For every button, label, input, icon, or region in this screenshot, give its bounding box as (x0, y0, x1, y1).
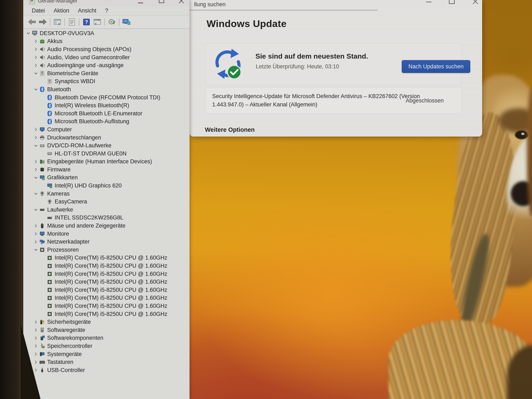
tree-item[interactable]: Intel(R) Wireless Bluetooth(R) (23, 101, 190, 109)
tree-item[interactable]: Intel(R) Core(TM) i5-8250U CPU @ 1.60GHz (23, 270, 190, 278)
tree-item[interactable]: Biometrische Geräte (23, 70, 190, 77)
chevron-placeholder (40, 183, 47, 189)
tree-item[interactable]: Bluetooth Device (RFCOMM Protocol TDI) (23, 94, 190, 102)
svg-text:?: ? (85, 19, 88, 25)
tree-item[interactable]: DVD/CD-ROM-Laufwerke (23, 141, 190, 150)
tree-item[interactable]: Audio, Video und Gamecontroller (23, 53, 190, 62)
update-status-card: Sie sind auf dem neuesten Stand. Letzte … (205, 43, 461, 85)
chevron-right-icon[interactable] (32, 54, 39, 60)
tree-item[interactable]: Bluetooth (23, 85, 190, 94)
maximize-button[interactable] (449, 0, 455, 4)
tree-item[interactable]: Audio Processing Objects (APOs) (23, 45, 190, 53)
tree-item[interactable]: Netzwerkadapter (23, 238, 190, 246)
chevron-right-icon[interactable] (32, 134, 39, 141)
chevron-right-icon[interactable] (32, 231, 39, 237)
tree-item[interactable]: USB-Controller (23, 366, 190, 374)
maximize-button[interactable] (159, 0, 164, 3)
tree-item-label: Sicherheitsgeräte (47, 319, 91, 325)
more-options-heading[interactable]: Weitere Optionen (205, 126, 255, 133)
tree-item[interactable]: Intel(R) Core(TM) i5-8250U CPU @ 1.60GHz (23, 262, 190, 270)
tree-item-label: Intel(R) Core(TM) i5-8250U CPU @ 1.60GHz (55, 263, 167, 269)
scan-hardware-icon[interactable] (107, 18, 117, 27)
tree-item[interactable]: Softwarekomponenten (23, 334, 190, 342)
menu-item-datei[interactable]: Datei (27, 7, 49, 14)
window-icon[interactable] (93, 18, 102, 27)
minimize-button[interactable] (426, 2, 431, 2)
chevron-right-icon[interactable] (32, 46, 39, 52)
chevron-right-icon[interactable] (32, 62, 39, 69)
show-window-icon[interactable] (53, 18, 62, 27)
chevron-down-icon[interactable] (25, 30, 32, 36)
device-manager-titlebar[interactable]: Geräte-Manager (23, 0, 190, 6)
chevron-down-icon[interactable] (32, 175, 39, 181)
settings-search-input[interactable]: llung suchen (194, 1, 226, 8)
chevron-down-icon[interactable] (32, 190, 39, 197)
tree-item[interactable]: Sicherheitsgeräte (23, 318, 190, 326)
close-button[interactable] (472, 0, 478, 4)
chevron-right-icon[interactable] (32, 126, 39, 133)
tree-item[interactable]: Firmware (23, 166, 190, 174)
chevron-right-icon[interactable] (32, 239, 39, 245)
tree-item-label: INTEL SSDSC2KW256G8L (55, 215, 123, 221)
properties-icon[interactable] (67, 18, 77, 27)
chevron-right-icon[interactable] (32, 223, 39, 229)
tree-item[interactable]: Tastaturen (23, 358, 190, 366)
tree-item[interactable]: EasyCamera (23, 198, 190, 206)
check-for-updates-button[interactable]: Nach Updates suchen (402, 60, 470, 73)
tree-item[interactable]: Synaptics WBDI (23, 77, 190, 86)
forward-icon[interactable] (38, 18, 48, 27)
minimize-button[interactable] (138, 2, 143, 3)
cpu-icon (39, 247, 45, 253)
chevron-right-icon[interactable] (32, 38, 39, 44)
tree-item[interactable]: Monitore (23, 230, 190, 238)
chevron-down-icon[interactable] (32, 70, 39, 76)
remote-desktop-icon[interactable] (121, 18, 131, 27)
chevron-down-icon[interactable] (32, 207, 39, 213)
help-icon[interactable]: ? (82, 18, 91, 27)
chevron-down-icon[interactable] (32, 247, 39, 253)
tree-item[interactable]: Intel(R) Core(TM) i5-8250U CPU @ 1.60GHz (23, 254, 190, 262)
tree-item-label: Akkus (47, 38, 63, 44)
tree-item[interactable]: Computer (23, 126, 190, 134)
chevron-right-icon[interactable] (32, 166, 39, 173)
tree-item[interactable]: Microsoft Bluetooth-Auflistung (23, 118, 190, 126)
tree-item[interactable]: Speichercontroller (23, 342, 190, 350)
menu-item-?[interactable]: ? (101, 7, 113, 14)
tree-item[interactable]: Intel(R) Core(TM) i5-8250U CPU @ 1.60GHz (23, 278, 190, 286)
tree-item[interactable]: Akkus (23, 38, 190, 45)
tree-item-label: Softwaregeräte (47, 327, 85, 333)
menu-item-aktion[interactable]: Aktion (49, 7, 74, 14)
tree-item[interactable]: DESKTOP-0VUGV3A (23, 29, 190, 38)
tree-item[interactable]: Audioeingänge und -ausgänge (23, 61, 190, 70)
chevron-down-icon[interactable] (32, 143, 39, 149)
tree-item[interactable]: HL-DT-ST DVDRAM GUE0N (23, 150, 190, 158)
tree-item[interactable]: Softwaregeräte (23, 326, 190, 334)
tree-item[interactable]: Intel(R) UHD Graphics 620 (23, 182, 190, 190)
tree-item[interactable]: Microsoft Bluetooth LE-Enumerator (23, 109, 190, 118)
close-button[interactable] (178, 0, 184, 3)
chevron-placeholder (40, 110, 47, 117)
tree-item[interactable]: Mäuse und andere Zeigegeräte (23, 222, 190, 230)
tree-item-label: Firmware (47, 166, 71, 173)
update-item-row[interactable]: Security Intelligence-Update für Microso… (205, 87, 461, 114)
tree-item-label: Grafikkarten (47, 174, 78, 181)
tree-item[interactable]: Systemgeräte (23, 350, 190, 358)
tree-item-label: Intel(R) Core(TM) i5-8250U CPU @ 1.60GHz (55, 271, 167, 277)
windows-update-sync-icon (211, 47, 245, 80)
gpu-icon (47, 183, 53, 189)
tree-item[interactable]: Prozessoren (23, 246, 190, 254)
back-icon[interactable] (27, 18, 37, 27)
tree-item[interactable]: Laufwerke (23, 206, 190, 214)
tree-item[interactable]: Kameras (23, 190, 190, 198)
tree-item[interactable]: INTEL SSDSC2KW256G8L (23, 214, 190, 222)
tree-item[interactable]: Intel(R) Core(TM) i5-8250U CPU @ 1.60GHz (23, 302, 190, 310)
menu-item-ansicht[interactable]: Ansicht (74, 7, 101, 14)
tree-item[interactable]: Druckwarteschlangen (23, 134, 190, 142)
tree-item[interactable]: Intel(R) Core(TM) i5-8250U CPU @ 1.60GHz (23, 310, 190, 318)
chevron-down-icon[interactable] (32, 86, 39, 93)
tree-item[interactable]: Grafikkarten (23, 174, 190, 182)
tree-item[interactable]: Eingabegeräte (Human Interface Devices) (23, 158, 190, 166)
tree-item[interactable]: Intel(R) Core(TM) i5-8250U CPU @ 1.60GHz (23, 286, 190, 294)
chevron-right-icon[interactable] (32, 158, 39, 165)
tree-item[interactable]: Intel(R) Core(TM) i5-8250U CPU @ 1.60GHz (23, 294, 190, 302)
